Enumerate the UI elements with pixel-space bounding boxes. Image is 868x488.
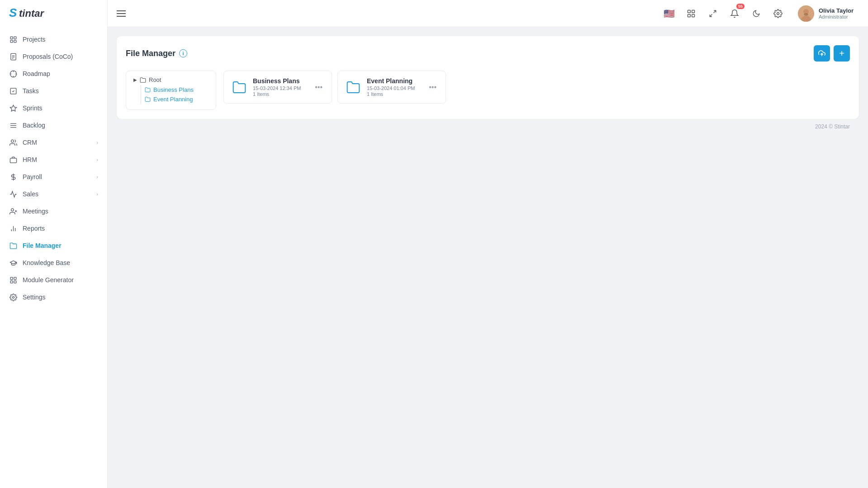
crm-icon: [9, 138, 17, 147]
knowledge-base-label: Knowledge Base: [23, 259, 98, 266]
meetings-icon: [9, 207, 17, 215]
tree-root: ▶ Root: [133, 76, 209, 83]
language-selector[interactable]: 🇺🇸: [662, 6, 677, 21]
meetings-label: Meetings: [23, 208, 98, 215]
event-planning-icon: [345, 79, 361, 95]
payroll-icon: [9, 173, 17, 181]
footer-text: 2024 © Stintar: [815, 123, 850, 130]
event-planning-info: Event Planning 15-03-2024 01:04 PM 1 Ite…: [367, 77, 422, 97]
backlog-icon: [9, 121, 17, 129]
card-title-group: File Manager i: [126, 49, 187, 58]
backlog-label: Backlog: [23, 122, 98, 129]
svg-rect-31: [10, 280, 13, 283]
sidebar-item-tasks[interactable]: Tasks: [0, 82, 107, 99]
sprints-icon: [9, 104, 17, 112]
crm-label: CRM: [23, 139, 91, 146]
svg-marker-16: [10, 105, 16, 111]
sidebar-item-reports[interactable]: Reports: [0, 220, 107, 237]
hamburger-line-3: [117, 16, 126, 17]
roadmap-label: Roadmap: [23, 70, 98, 77]
tree-item-business-plans[interactable]: Business Plans: [145, 85, 209, 95]
sidebar-item-module-generator[interactable]: Module Generator: [0, 271, 107, 289]
sales-chevron: ›: [96, 191, 98, 197]
header-settings-icon[interactable]: [771, 6, 785, 21]
sidebar-item-sprints[interactable]: Sprints: [0, 99, 107, 117]
hrm-label: HRM: [23, 156, 91, 163]
svg-point-20: [11, 140, 14, 142]
sidebar-item-roadmap[interactable]: Roadmap: [0, 65, 107, 82]
folders-grid: Business Plans 15-03-2024 12:34 PM 1 Ite…: [223, 71, 446, 104]
hrm-chevron: ›: [96, 157, 98, 162]
event-planning-count: 1 Items: [367, 91, 422, 97]
svg-point-33: [12, 296, 14, 298]
tasks-label: Tasks: [23, 87, 98, 95]
sprints-label: Sprints: [23, 104, 98, 112]
svg-rect-30: [14, 277, 16, 280]
business-plans-name: Business Plans: [253, 77, 308, 85]
sidebar-item-crm[interactable]: CRM ›: [0, 134, 107, 151]
tree-root-label: Root: [149, 76, 161, 83]
main-container: 🇺🇸 55: [108, 0, 868, 488]
file-manager-icon: [9, 242, 17, 250]
folder-card-event-planning[interactable]: Event Planning 15-03-2024 01:04 PM 1 Ite…: [337, 71, 446, 104]
tree-event-planning-label: Event Planning: [153, 96, 193, 103]
info-icon[interactable]: i: [179, 49, 187, 57]
hamburger-menu[interactable]: [117, 10, 126, 17]
sidebar-item-backlog[interactable]: Backlog: [0, 117, 107, 134]
apps-icon[interactable]: [684, 6, 698, 21]
sales-icon: [9, 190, 17, 198]
roadmap-icon: [9, 70, 17, 78]
sidebar-item-settings[interactable]: Settings: [0, 289, 107, 306]
tree-business-plans-label: Business Plans: [153, 86, 194, 93]
svg-rect-37: [692, 14, 695, 17]
page-title: File Manager: [126, 49, 175, 58]
user-avatar: [798, 5, 814, 22]
sidebar-item-projects[interactable]: Projects: [0, 31, 107, 48]
svg-point-23: [11, 208, 14, 211]
sidebar-item-hrm[interactable]: HRM ›: [0, 151, 107, 168]
business-plans-menu[interactable]: •••: [313, 81, 324, 93]
svg-rect-2: [10, 37, 13, 39]
user-profile[interactable]: Olivia Taylor Administrator: [792, 3, 859, 24]
sidebar-item-sales[interactable]: Sales ›: [0, 185, 107, 203]
projects-label: Projects: [23, 36, 98, 43]
svg-text:tintar: tintar: [19, 8, 44, 19]
tree-item-event-planning[interactable]: Event Planning: [145, 95, 209, 104]
settings-label: Settings: [23, 294, 98, 301]
fullscreen-icon[interactable]: [706, 6, 720, 21]
svg-rect-4: [10, 40, 13, 42]
sidebar-item-proposals[interactable]: Proposals (CoCo): [0, 48, 107, 65]
svg-line-39: [710, 14, 712, 16]
header-actions: 🇺🇸 55: [662, 3, 859, 24]
add-button[interactable]: +: [834, 45, 850, 62]
upload-button[interactable]: [814, 45, 830, 62]
business-plans-date: 15-03-2024 12:34 PM: [253, 85, 308, 91]
file-manager-content: ▶ Root Business Plans Event Planning: [126, 71, 850, 110]
tree-arrow: ▶: [133, 77, 137, 82]
sidebar-item-file-manager[interactable]: File Manager: [0, 237, 107, 254]
sidebar: S tintar Projects Proposals (CoCo) Roadm…: [0, 0, 108, 488]
svg-rect-29: [10, 277, 13, 280]
add-icon: +: [839, 48, 844, 59]
svg-rect-6: [10, 53, 15, 60]
projects-icon: [9, 35, 17, 43]
sidebar-item-payroll[interactable]: Payroll ›: [0, 168, 107, 185]
sidebar-item-knowledge-base[interactable]: Knowledge Base: [0, 254, 107, 271]
notifications-button[interactable]: 55: [727, 6, 742, 21]
business-plans-icon: [231, 79, 247, 95]
tree-children: Business Plans Event Planning: [141, 85, 209, 104]
tasks-icon: [9, 87, 17, 95]
folder-card-business-plans[interactable]: Business Plans 15-03-2024 12:34 PM 1 Ite…: [223, 71, 332, 104]
dark-mode-icon[interactable]: [749, 6, 764, 21]
event-planning-menu[interactable]: •••: [427, 81, 438, 93]
svg-point-40: [777, 12, 779, 14]
event-planning-date: 15-03-2024 01:04 PM: [367, 85, 422, 91]
svg-rect-34: [688, 10, 690, 13]
module-generator-icon: [9, 276, 17, 284]
business-plans-folder-icon: [145, 87, 151, 93]
settings-icon: [9, 293, 17, 301]
reports-label: Reports: [23, 225, 98, 232]
sidebar-item-meetings[interactable]: Meetings: [0, 203, 107, 220]
svg-rect-21: [10, 158, 16, 162]
svg-text:S: S: [9, 6, 17, 19]
